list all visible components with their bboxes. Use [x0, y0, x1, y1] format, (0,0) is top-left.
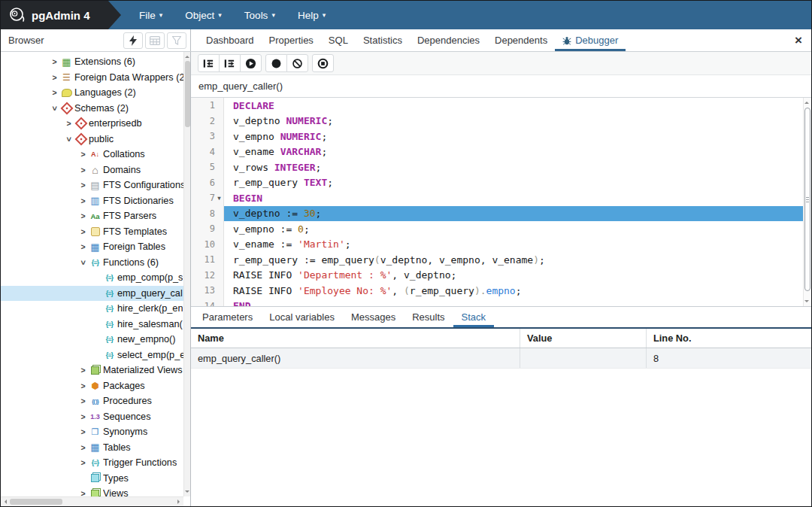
chevron-expanded-icon[interactable]: > [79, 257, 88, 268]
scroll-left-icon[interactable] [2, 499, 7, 504]
tree-item-foreign-tables[interactable]: >Foreign Tables [1, 239, 183, 255]
tree-item-emp-comp-p-s[interactable]: emp_comp(p_s [1, 270, 183, 286]
scroll-right-icon[interactable] [177, 499, 182, 504]
tree-item-enterprisedb[interactable]: >enterprisedb [1, 116, 183, 132]
continue-button[interactable] [240, 54, 262, 72]
table-row[interactable]: emp_query_caller()8 [191, 348, 811, 369]
code-line[interactable]: 12RAISE INFO 'Department : %', v_deptno; [191, 268, 803, 284]
code-line[interactable]: 14END [191, 299, 803, 307]
filter-button[interactable] [167, 32, 186, 49]
code-line[interactable]: 8v_deptno := 30; [191, 206, 803, 222]
tab-parameters[interactable]: Parameters [194, 307, 261, 327]
chevron-collapsed-icon[interactable]: > [77, 458, 89, 467]
fold-marker-icon[interactable]: ▼ [215, 195, 223, 202]
tree-item-trigger-functions[interactable]: >Trigger Functions [1, 455, 183, 471]
chevron-expanded-icon[interactable]: > [50, 102, 59, 114]
code-line[interactable]: 2v_deptno NUMERIC; [191, 114, 803, 129]
chevron-expanded-icon[interactable]: > [65, 133, 74, 144]
tree-horizontal-scrollbar[interactable] [1, 496, 183, 506]
code-line[interactable]: 3v_empno NUMERIC; [191, 129, 803, 144]
tree-item-types[interactable]: Types [1, 471, 183, 487]
tab-messages[interactable]: Messages [343, 307, 404, 327]
scroll-down-icon[interactable] [185, 490, 189, 495]
tab-debugger[interactable]: Debugger [555, 29, 626, 51]
menu-file[interactable]: File▾ [139, 10, 162, 21]
tree-item-fts-templates[interactable]: >FTS Templates [1, 224, 183, 240]
code-line[interactable]: 11r_emp_query := emp_query(v_deptno, v_e… [191, 252, 803, 268]
menu-tools[interactable]: Tools▾ [244, 10, 275, 21]
chevron-collapsed-icon[interactable]: > [49, 57, 60, 66]
code-line[interactable]: 5v_rows INTEGER; [191, 159, 803, 175]
chevron-collapsed-icon[interactable]: > [77, 396, 89, 405]
tab-results[interactable]: Results [404, 307, 453, 327]
tree-item-views[interactable]: >Views [1, 486, 183, 496]
tab-dashboard[interactable]: Dashboard [198, 29, 262, 51]
tab-sql[interactable]: SQL [321, 29, 356, 51]
code-line[interactable]: 13RAISE INFO 'Employee No: %', (r_emp_qu… [191, 283, 803, 299]
clear-breakpoints-button[interactable] [286, 54, 308, 72]
tree-item-select-emp-p-e[interactable]: select_emp(p_e [1, 348, 183, 363]
tab-dependents[interactable]: Dependents [487, 29, 555, 51]
code-line[interactable]: 9v_empno := 0; [191, 221, 803, 237]
chevron-collapsed-icon[interactable]: > [77, 211, 89, 220]
chevron-collapsed-icon[interactable]: > [77, 196, 89, 205]
scrollbar-thumb[interactable] [185, 61, 190, 127]
tree-item-extensions-6[interactable]: >Extensions (6) [1, 54, 183, 70]
editor-vertical-scrollbar[interactable] [803, 98, 811, 306]
chevron-collapsed-icon[interactable]: > [77, 150, 89, 159]
tree-item-domains[interactable]: >Domains [1, 162, 183, 178]
tree-item-hire-salesman[interactable]: hire_salesman( [1, 317, 183, 332]
menu-help[interactable]: Help▾ [298, 10, 326, 21]
view-data-button[interactable] [145, 32, 165, 49]
code-line[interactable]: 6r_emp_query TEXT; [191, 175, 803, 191]
stop-button[interactable] [312, 54, 334, 72]
chevron-collapsed-icon[interactable]: > [77, 427, 89, 436]
chevron-collapsed-icon[interactable]: > [77, 181, 89, 190]
tree-item-schemas-2[interactable]: >Schemas (2) [1, 101, 183, 117]
code-line[interactable]: 4v_ename VARCHAR; [191, 144, 803, 160]
tree-item-procedures[interactable]: >Procedures [1, 393, 183, 409]
chevron-collapsed-icon[interactable]: > [77, 242, 89, 251]
chevron-collapsed-icon[interactable]: > [49, 73, 60, 82]
chevron-collapsed-icon[interactable]: > [77, 227, 89, 236]
close-icon[interactable]: × [795, 34, 802, 47]
tree-item-synonyms[interactable]: >Synonyms [1, 424, 183, 440]
tree-item-tables[interactable]: >Tables [1, 440, 183, 456]
tree-item-fts-parsers[interactable]: >FTS Parsers [1, 208, 183, 224]
query-tool-button[interactable] [123, 32, 143, 49]
scrollbar-thumb[interactable] [10, 499, 62, 505]
chevron-collapsed-icon[interactable]: > [63, 119, 74, 128]
code-line[interactable]: 10v_ename := 'Martin'; [191, 237, 803, 253]
tree-item-languages-2[interactable]: >Languages (2) [1, 85, 183, 101]
scroll-down-icon[interactable] [804, 300, 809, 305]
tree-item-new-empno[interactable]: new_empno() [1, 332, 183, 348]
tree-item-hire-clerk-p-en[interactable]: hire_clerk(p_en [1, 301, 183, 317]
tab-local-variables[interactable]: Local variables [261, 307, 343, 327]
scroll-up-icon[interactable] [804, 99, 809, 104]
tree-vertical-scrollbar[interactable] [183, 52, 190, 496]
code-editor[interactable]: 1DECLARE2v_deptno NUMERIC;3v_empno NUMER… [191, 98, 811, 307]
tab-statistics[interactable]: Statistics [356, 29, 410, 51]
chevron-collapsed-icon[interactable]: > [49, 88, 60, 97]
tree-item-public[interactable]: >public [1, 132, 183, 147]
chevron-collapsed-icon[interactable]: > [77, 366, 89, 375]
tree-item-fts-configurations[interactable]: >FTS Configurations [1, 178, 183, 193]
chevron-collapsed-icon[interactable]: > [77, 381, 89, 390]
tab-stack[interactable]: Stack [453, 307, 495, 327]
chevron-collapsed-icon[interactable]: > [77, 412, 89, 421]
code-line[interactable]: 7▼BEGIN [191, 190, 803, 206]
tab-properties[interactable]: Properties [262, 29, 321, 51]
tree-item-sequences[interactable]: >Sequences [1, 409, 183, 425]
tree-item-emp-query-cal[interactable]: emp_query_cal [1, 286, 183, 302]
chevron-collapsed-icon[interactable]: > [77, 489, 89, 496]
chevron-collapsed-icon[interactable]: > [77, 165, 89, 175]
tab-dependencies[interactable]: Dependencies [410, 29, 487, 51]
tree-item-fts-dictionaries[interactable]: >FTS Dictionaries [1, 193, 183, 209]
scroll-up-icon[interactable] [185, 53, 189, 58]
scrollbar-thumb[interactable] [804, 108, 810, 291]
tree-item-foreign-data-wrappers-2[interactable]: >Foreign Data Wrappers (2 [1, 70, 183, 86]
step-over-button[interactable] [219, 54, 241, 72]
code-line[interactable]: 1DECLARE [191, 98, 803, 114]
toggle-breakpoint-button[interactable] [265, 54, 287, 72]
tree-item-functions-6[interactable]: >Functions (6) [1, 255, 183, 271]
